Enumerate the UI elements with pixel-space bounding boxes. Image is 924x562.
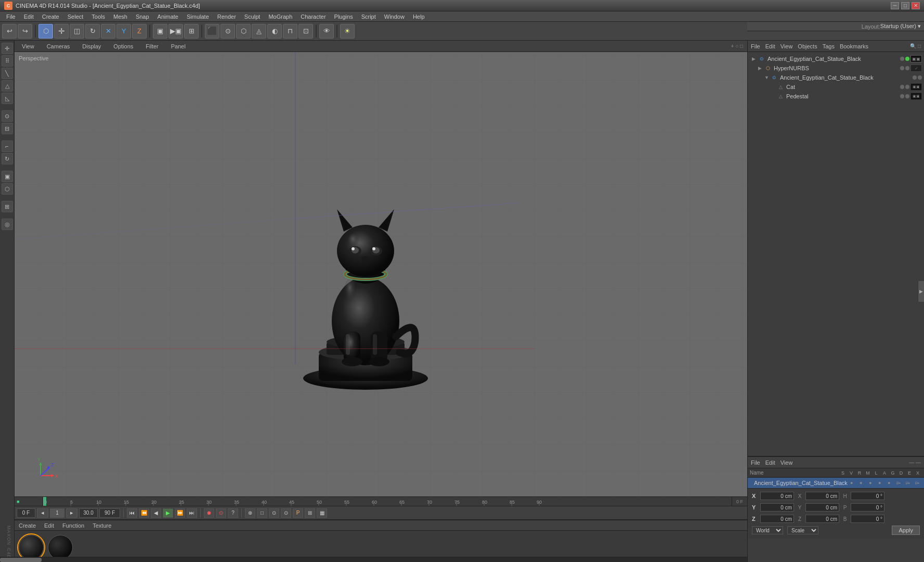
- keyframe-add-button[interactable]: ⊕: [245, 508, 255, 518]
- sidebar-weld-icon[interactable]: ↻: [2, 153, 13, 164]
- cube-button[interactable]: ⬛: [205, 24, 219, 39]
- frame-step-up[interactable]: ▸: [66, 508, 77, 518]
- menu-item-select[interactable]: Select: [63, 12, 88, 21]
- menu-item-mesh[interactable]: Mesh: [109, 12, 132, 21]
- attr-menu-file[interactable]: File: [751, 459, 760, 466]
- attr-item-row[interactable]: Ancient_Egyptian_Cat_Statue_Black ● ● ● …: [748, 478, 924, 488]
- coord-y-rot[interactable]: [851, 503, 884, 512]
- coord-system-select[interactable]: World Object Camera: [752, 526, 783, 534]
- play-button[interactable]: ▶: [163, 508, 173, 518]
- viewport-tab-display[interactable]: Display: [79, 42, 104, 50]
- close-button[interactable]: ✕: [912, 2, 920, 9]
- coord-x-size[interactable]: [805, 492, 839, 500]
- capsule-button[interactable]: ⊓: [283, 24, 297, 39]
- coord-y-pos[interactable]: [760, 503, 794, 512]
- attr-menu-view[interactable]: View: [780, 459, 793, 466]
- coord-x-pos[interactable]: [760, 492, 794, 500]
- sidebar-knife-icon[interactable]: ⬡: [2, 183, 13, 195]
- mat-menu-function[interactable]: Function: [60, 521, 86, 530]
- menu-item-edit[interactable]: Edit: [20, 12, 38, 21]
- menu-item-mograph[interactable]: MoGraph: [264, 12, 296, 21]
- attr-menu-edit[interactable]: Edit: [765, 459, 775, 466]
- path-button[interactable]: P: [293, 508, 303, 518]
- sphere-button[interactable]: ⊙: [220, 24, 235, 39]
- end-frame-input[interactable]: [99, 508, 120, 518]
- obj-menu-bookmarks[interactable]: Bookmarks: [840, 43, 868, 49]
- step-fwd-button[interactable]: ⏩: [175, 508, 185, 518]
- menu-item-render[interactable]: Render: [213, 12, 240, 21]
- keyframe-mode-button[interactable]: ⊙: [281, 508, 291, 518]
- tree-row-root[interactable]: ▶ ⊙ Ancient_Egyptian_Cat_Statue_Black ▣▣: [748, 54, 924, 63]
- coord-z-size[interactable]: [805, 515, 839, 523]
- layout-value[interactable]: Startup (User) ▾: [880, 23, 921, 30]
- menu-item-simulate[interactable]: Simulate: [183, 12, 213, 21]
- mat-menu-texture[interactable]: Texture: [90, 521, 113, 530]
- y-axis-button[interactable]: Y: [116, 24, 131, 39]
- goto-start-button[interactable]: ⏮: [127, 508, 137, 518]
- menu-item-tools[interactable]: Tools: [87, 12, 109, 21]
- sidebar-brush-icon[interactable]: ⊙: [2, 110, 13, 122]
- obj-menu-objects[interactable]: Objects: [798, 43, 817, 49]
- cylinder-button[interactable]: ⬡: [236, 24, 251, 39]
- timeline-track[interactable]: 0 5 10 15 20 25 30 35 40: [43, 497, 732, 506]
- viewport-tab-view[interactable]: View: [19, 42, 37, 50]
- coord-x-rot[interactable]: [851, 492, 884, 500]
- sidebar-dots-icon[interactable]: ⠿: [2, 55, 13, 67]
- material-ball-pedestal[interactable]: [48, 535, 73, 560]
- menu-item-character[interactable]: Character: [296, 12, 330, 21]
- scale-button[interactable]: ✕: [101, 24, 115, 39]
- z-axis-button[interactable]: Z: [132, 24, 147, 39]
- menu-item-sculpt[interactable]: Sculpt: [240, 12, 265, 21]
- coord-y-size[interactable]: [805, 503, 839, 512]
- select-all-button[interactable]: ✛: [54, 24, 69, 39]
- menu-item-file[interactable]: File: [2, 12, 20, 21]
- apply-button[interactable]: Apply: [892, 526, 920, 535]
- maximize-button[interactable]: □: [901, 2, 909, 9]
- coord-z-rot[interactable]: [851, 515, 884, 523]
- render-queue-button[interactable]: ⊞: [184, 24, 199, 39]
- menu-item-plugins[interactable]: Plugins: [330, 12, 357, 21]
- play-back-button[interactable]: ◀: [151, 508, 161, 518]
- key-all-button[interactable]: ?: [228, 508, 238, 518]
- sidebar-paint-icon[interactable]: ⊟: [2, 123, 13, 134]
- obj-menu-file[interactable]: File: [751, 43, 760, 49]
- sidebar-grid-icon[interactable]: ⊞: [2, 201, 13, 212]
- camera-button[interactable]: 👁: [319, 24, 334, 39]
- menu-item-help[interactable]: Help: [409, 12, 429, 21]
- sidebar-texture-icon[interactable]: ▣: [2, 171, 13, 182]
- minimize-button[interactable]: ─: [891, 2, 899, 9]
- tree-row-pedestal[interactable]: ▶ △ Pedestal ▣▣: [748, 92, 924, 101]
- sidebar-poly-icon[interactable]: △: [2, 80, 13, 92]
- mat-menu-create[interactable]: Create: [17, 521, 38, 530]
- keyframe-box-button[interactable]: □: [257, 508, 267, 518]
- timeline-ruler[interactable]: ■ 0 5 10 15 20 25: [15, 496, 747, 506]
- tree-row-statue[interactable]: ▼ ⊙ Ancient_Egyptian_Cat_Statue_Black: [748, 73, 924, 82]
- menu-item-window[interactable]: Window: [380, 12, 409, 21]
- sidebar-line-icon[interactable]: ╲: [2, 68, 13, 79]
- viewport-tab-panel[interactable]: Panel: [168, 42, 189, 50]
- fps-value[interactable]: [79, 508, 98, 518]
- menu-item-animate[interactable]: Animate: [153, 12, 183, 21]
- move-tool-button[interactable]: ⬡: [38, 24, 53, 39]
- frame-step-down[interactable]: ◂: [37, 508, 48, 518]
- menu-item-script[interactable]: Script: [357, 12, 380, 21]
- redo-button[interactable]: ↪: [18, 24, 32, 39]
- obj-menu-view[interactable]: View: [780, 43, 793, 49]
- viewport-area[interactable]: Perspective: [15, 52, 747, 496]
- motion-clip-button[interactable]: ⊞: [305, 508, 315, 518]
- scrollbar-thumb[interactable]: [0, 558, 42, 562]
- coord-z-pos[interactable]: [760, 515, 794, 523]
- torus-button[interactable]: ◐: [267, 24, 282, 39]
- rotate-button[interactable]: ↻: [85, 24, 100, 39]
- sidebar-edge-icon[interactable]: ◺: [2, 93, 13, 104]
- goto-end-button[interactable]: ⏭: [187, 508, 197, 518]
- step-back-button[interactable]: ⏪: [139, 508, 149, 518]
- render-button[interactable]: ▣: [153, 24, 167, 39]
- fps-field[interactable]: [50, 508, 64, 518]
- menu-item-snap[interactable]: Snap: [132, 12, 153, 21]
- light-button[interactable]: ☀: [340, 24, 355, 39]
- keyframe-circle-button[interactable]: ⊙: [269, 508, 279, 518]
- material-ball-cat[interactable]: [19, 535, 44, 560]
- disc-button[interactable]: ⊡: [298, 24, 313, 39]
- render-anim-button[interactable]: ▶▣: [168, 24, 183, 39]
